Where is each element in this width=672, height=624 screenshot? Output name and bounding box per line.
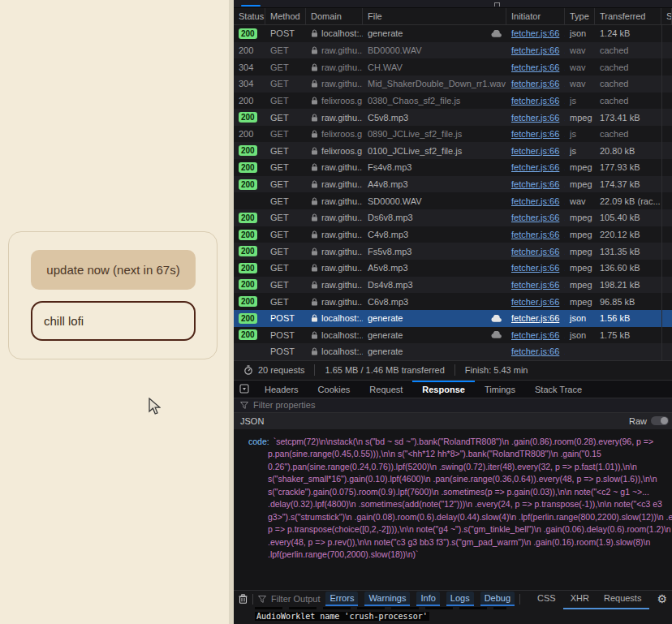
stopwatch-icon: [243, 365, 253, 375]
domain-cell: raw.githu...: [306, 159, 363, 176]
initiator-cell: fetcher.js:66...: [506, 343, 565, 360]
table-row[interactable]: 200 GET raw.githu... BD0000.WAV fetcher.…: [234, 42, 672, 59]
console-filter-xhr[interactable]: XHR: [566, 592, 593, 606]
table-row[interactable]: 304 GET raw.githu... Mid_ShakerDouble_Do…: [234, 75, 672, 93]
initiator-cell: fetcher.js:66...: [506, 25, 565, 42]
table-row[interactable]: GET raw.githu... SD0000.WAV fetcher.js:6…: [234, 192, 672, 209]
initiator-link[interactable]: fetcher.js:66: [511, 213, 559, 222]
status-cell: 200: [234, 126, 265, 143]
tab-response[interactable]: Response: [412, 381, 475, 398]
initiator-link[interactable]: fetcher.js:66: [511, 146, 559, 156]
console-filter-debug[interactable]: Debug: [480, 592, 515, 606]
tab-request[interactable]: Request: [360, 381, 412, 398]
initiator-link[interactable]: fetcher.js:66: [511, 346, 559, 356]
column-header-domain[interactable]: Domain: [306, 8, 363, 25]
method-cell: GET: [265, 109, 306, 126]
file-cell: generate: [363, 25, 506, 42]
domain-cell: felixroos.g...: [306, 93, 363, 110]
table-row[interactable]: 200 POST localhost:... generate fetcher.…: [234, 25, 672, 42]
table-row[interactable]: 200 GET raw.githu... Ds6v8.mp3 fetcher.j…: [234, 209, 672, 226]
initiator-link[interactable]: fetcher.js:66: [511, 196, 559, 206]
file-cell: A4v8.mp3: [363, 176, 506, 193]
table-row[interactable]: 200 GET raw.githu... Ds4v8.mp3 fetcher.j…: [234, 277, 672, 294]
console-filter-info[interactable]: Info: [416, 592, 439, 606]
console-filter-css[interactable]: CSS: [533, 592, 560, 606]
initiator-link[interactable]: fetcher.js:66: [511, 28, 559, 38]
column-header-type[interactable]: Type: [565, 8, 595, 25]
console-filter-requests[interactable]: Requests: [600, 592, 645, 606]
clear-console-icon[interactable]: [239, 594, 248, 604]
column-header-method[interactable]: Method: [265, 8, 306, 25]
console-clipped-source-link[interactable]: [563, 608, 649, 609]
column-header-s[interactable]: S: [661, 8, 672, 25]
update-now-button[interactable]: update now (next in 67s): [31, 250, 196, 290]
json-property-key[interactable]: code:: [248, 437, 274, 446]
divider: [252, 594, 253, 605]
console-filter-logs[interactable]: Logs: [446, 592, 474, 606]
tab-cookies[interactable]: Cookies: [308, 381, 360, 398]
initiator-link[interactable]: fetcher.js:66: [511, 230, 559, 239]
initiator-link[interactable]: fetcher.js:66: [511, 330, 559, 340]
table-row[interactable]: 304 GET raw.githu... CH.WAV fetcher.js:6…: [234, 58, 672, 75]
status-cell: 200: [234, 176, 265, 193]
table-row[interactable]: POST localhost:... generate fetcher.js:6…: [234, 343, 672, 360]
console-settings-gear-icon[interactable]: ⚙: [657, 593, 667, 605]
lock-icon: [311, 46, 318, 54]
console-filter-errors[interactable]: Errors: [325, 592, 358, 606]
table-row[interactable]: 200 GET felixroos.g... 0380_Chaos_sf2_fi…: [234, 93, 672, 110]
initiator-link[interactable]: fetcher.js:66: [511, 113, 559, 123]
table-row[interactable]: 200 GET raw.githu... A4v8.mp3 fetcher.js…: [234, 176, 672, 193]
domain-cell: raw.githu...: [306, 109, 363, 126]
json-code-line: p.pan(sine.range(0.45,0.55))),\n\n s("<h…: [248, 448, 672, 461]
domain-cell: raw.githu...: [306, 260, 363, 277]
console-filter-warnings[interactable]: Warnings: [364, 592, 410, 606]
column-header-initiator[interactable]: Initiator: [506, 8, 565, 25]
initiator-link[interactable]: fetcher.js:66: [511, 263, 559, 273]
tab-timings[interactable]: Timings: [475, 381, 525, 398]
console-clipped-line: [255, 607, 506, 609]
status-badge: 200: [239, 329, 257, 340]
table-row[interactable]: 200 GET felixroos.g... 0890_JCLive_sf2_f…: [234, 126, 672, 143]
initiator-link[interactable]: fetcher.js:66: [511, 280, 559, 290]
table-row[interactable]: 200 GET felixroos.g... 0100_JCLive_sf2_f…: [234, 142, 672, 159]
type-cell: wav: [565, 58, 595, 75]
domain-cell: raw.githu...: [306, 226, 363, 243]
initiator-link[interactable]: fetcher.js:66: [511, 62, 559, 72]
initiator-link[interactable]: fetcher.js:66: [511, 179, 559, 189]
console-filter-bar: Filter Output ErrorsWarningsInfoLogsDebu…: [234, 590, 672, 607]
lock-icon: [311, 197, 318, 205]
initiator-link[interactable]: fetcher.js:66: [511, 129, 559, 139]
table-row[interactable]: 200 GET raw.githu... C4v8.mp3 fetcher.js…: [234, 226, 672, 243]
filter-properties-bar[interactable]: Filter properties: [234, 398, 672, 412]
column-header-status[interactable]: Status: [234, 8, 265, 25]
raw-toggle[interactable]: [651, 416, 669, 425]
filter-icon: [240, 402, 248, 409]
initiator-link[interactable]: fetcher.js:66: [511, 79, 559, 88]
table-row[interactable]: 200 GET raw.githu... C5v8.mp3 fetcher.js…: [234, 109, 672, 126]
console-filter-input[interactable]: Filter Output: [258, 594, 321, 604]
table-row[interactable]: 200 GET raw.githu... Fs5v8.mp3 fetcher.j…: [234, 243, 672, 260]
table-row[interactable]: 200 POST localhost:... generate fetcher.…: [234, 327, 672, 344]
transferred-cell: 1.24 kB: [595, 25, 661, 42]
initiator-link[interactable]: fetcher.js:66: [511, 313, 559, 323]
table-row[interactable]: 200 GET raw.githu... A5v8.mp3 fetcher.js…: [234, 260, 672, 277]
table-row[interactable]: 200 GET raw.githu... Fs4v8.mp3 fetcher.j…: [234, 159, 672, 176]
lock-icon: [311, 147, 318, 155]
status-badge: 200: [239, 28, 257, 39]
collapse-details-icon[interactable]: [234, 381, 255, 398]
initiator-link[interactable]: fetcher.js:66: [511, 247, 559, 256]
initiator-link[interactable]: fetcher.js:66: [511, 162, 559, 172]
column-header-file[interactable]: File: [363, 8, 506, 25]
initiator-link[interactable]: fetcher.js:66: [511, 45, 559, 55]
initiator-link[interactable]: fetcher.js:66: [511, 297, 559, 307]
initiator-link[interactable]: fetcher.js:66: [511, 96, 559, 105]
size-cell: [661, 209, 672, 226]
column-header-transferred[interactable]: Transferred: [595, 8, 661, 25]
prompt-input[interactable]: [31, 301, 196, 341]
transferred-cell: 1.56 kB: [595, 310, 661, 327]
tab-stack-trace[interactable]: Stack Trace: [525, 381, 592, 398]
table-row[interactable]: 200 POST localhost:... generate fetcher.…: [234, 310, 672, 327]
table-row[interactable]: 200 GET raw.githu... C6v8.mp3 fetcher.js…: [234, 293, 672, 310]
size-cell: [661, 93, 672, 110]
tab-headers[interactable]: Headers: [255, 381, 308, 398]
